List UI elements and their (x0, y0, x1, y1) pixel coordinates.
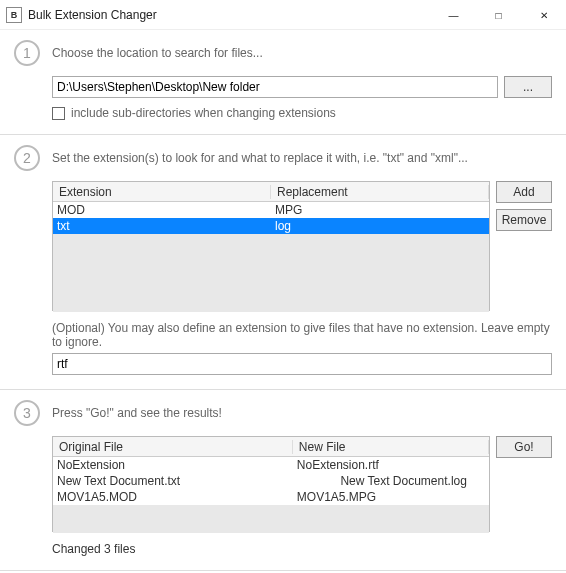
minimize-button[interactable]: — (431, 0, 476, 30)
app-icon: B (6, 7, 22, 23)
close-button[interactable]: ✕ (521, 0, 566, 30)
step1-section: 1 Choose the location to search for file… (0, 30, 566, 135)
status-text: Changed 3 files (52, 542, 552, 556)
step3-heading: Press "Go!" and see the results! (52, 406, 222, 420)
results-grid-header: Original File New File (53, 437, 489, 457)
table-row[interactable]: New Text Document.txt New Text Document.… (53, 473, 489, 489)
window-buttons: — □ ✕ (431, 0, 566, 29)
go-button[interactable]: Go! (496, 436, 552, 458)
step2-heading: Set the extension(s) to look for and wha… (52, 151, 468, 165)
include-subdirs-checkbox[interactable] (52, 107, 65, 120)
remove-button[interactable]: Remove (496, 209, 552, 231)
window-title: Bulk Extension Changer (28, 8, 431, 22)
table-row[interactable]: NoExtension NoExtension.rtf (53, 457, 489, 473)
titlebar: B Bulk Extension Changer — □ ✕ (0, 0, 566, 30)
col-extension[interactable]: Extension (53, 185, 271, 199)
browse-button[interactable]: ... (504, 76, 552, 98)
col-new-file[interactable]: New File (293, 440, 489, 454)
add-button[interactable]: Add (496, 181, 552, 203)
step2-section: 2 Set the extension(s) to look for and w… (0, 135, 566, 390)
table-row[interactable]: MOD MPG (53, 202, 489, 218)
table-row[interactable]: MOV1A5.MOD MOV1A5.MPG (53, 489, 489, 505)
step3-section: 3 Press "Go!" and see the results! Origi… (0, 390, 566, 571)
extension-grid[interactable]: Extension Replacement MOD MPG txt log (52, 181, 490, 311)
path-input[interactable] (52, 76, 498, 98)
step1-badge: 1 (14, 40, 40, 66)
noext-note: (Optional) You may also define an extens… (52, 321, 552, 349)
step1-heading: Choose the location to search for files.… (52, 46, 263, 60)
extension-grid-header: Extension Replacement (53, 182, 489, 202)
col-replacement[interactable]: Replacement (271, 185, 489, 199)
noext-input[interactable] (52, 353, 552, 375)
step3-badge: 3 (14, 400, 40, 426)
grid-empty-area (53, 505, 489, 533)
table-row[interactable]: txt log (53, 218, 489, 234)
maximize-button[interactable]: □ (476, 0, 521, 30)
include-subdirs-label: include sub-directories when changing ex… (71, 106, 336, 120)
grid-empty-area (53, 234, 489, 312)
results-grid[interactable]: Original File New File NoExtension NoExt… (52, 436, 490, 532)
step2-badge: 2 (14, 145, 40, 171)
col-original-file[interactable]: Original File (53, 440, 293, 454)
